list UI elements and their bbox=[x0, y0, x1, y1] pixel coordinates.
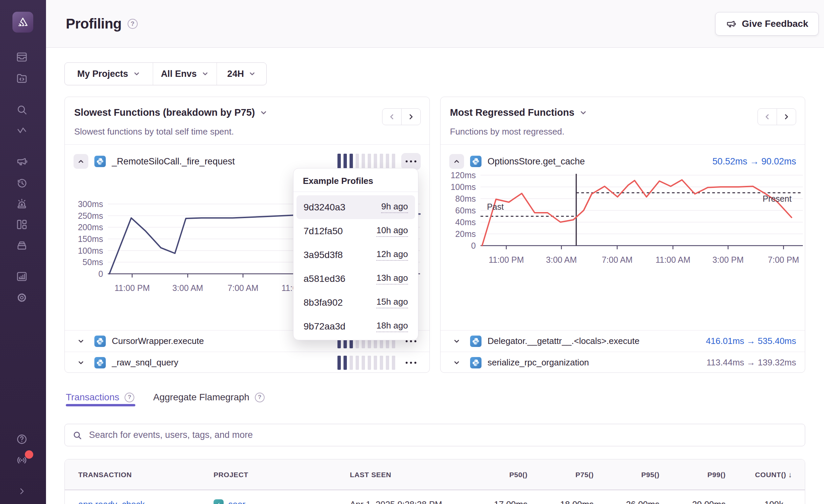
project-filter-dropdown[interactable]: My Projects bbox=[65, 63, 153, 85]
profile-age[interactable]: 15h ago bbox=[376, 297, 408, 308]
prev-page-button[interactable] bbox=[758, 108, 777, 125]
tab-aggregate-flamegraph[interactable]: Aggregate Flamegraph ? bbox=[153, 392, 264, 403]
tab-bar: Transactions ? Aggregate Flamegraph ? bbox=[66, 389, 265, 406]
next-page-button[interactable] bbox=[401, 108, 421, 125]
give-feedback-button[interactable]: Give Feedback bbox=[715, 12, 819, 36]
sidebar-item-settings[interactable] bbox=[14, 290, 29, 305]
function-row: _raw_snql_query bbox=[65, 352, 429, 373]
function-sparkbar bbox=[337, 154, 395, 169]
profile-age[interactable]: 18h ago bbox=[376, 320, 408, 332]
p75-cell: 18.00ms bbox=[533, 490, 594, 504]
profile-list-item[interactable]: 3a95d3f8 12h ago bbox=[296, 243, 415, 267]
column-header-project[interactable]: PROJECT bbox=[214, 459, 248, 490]
sidebar-item-dashboards[interactable] bbox=[14, 217, 29, 232]
column-header-transaction[interactable]: TRANSACTION bbox=[78, 459, 132, 490]
expand-row-button[interactable] bbox=[74, 355, 88, 370]
prev-page-button[interactable] bbox=[382, 108, 402, 125]
function-name-link[interactable]: Delegator.__getattr__.<locals>.execute bbox=[488, 336, 639, 346]
column-header-p75[interactable]: P75() bbox=[533, 459, 594, 490]
sidebar-item-issues[interactable] bbox=[14, 50, 29, 64]
traces-icon bbox=[16, 125, 28, 137]
megaphone-icon bbox=[16, 155, 28, 167]
sidebar-item-alerts[interactable] bbox=[14, 196, 29, 211]
date-range-filter-dropdown[interactable]: 24H bbox=[217, 63, 266, 85]
column-header-count[interactable]: COUNT()↓ bbox=[720, 459, 792, 490]
collapse-row-button[interactable] bbox=[74, 154, 88, 169]
megaphone-icon bbox=[726, 18, 736, 29]
sidebar-item-traces[interactable] bbox=[14, 123, 29, 138]
project-link[interactable]: seer bbox=[228, 490, 245, 504]
p50-cell: 17.00ms bbox=[467, 490, 528, 504]
main-content: Profiling ? Give Feedback My Projects Al… bbox=[46, 0, 824, 504]
table-row[interactable]: app.ready_check seer Apr 1, 2025 9:28:38… bbox=[65, 490, 805, 504]
sidebar-item-replays[interactable] bbox=[14, 176, 29, 191]
most-regressed-title-dropdown[interactable]: Most Regressed Functions bbox=[450, 107, 587, 118]
function-name-link[interactable]: _RemoteSiloCall._fire_request bbox=[112, 156, 235, 167]
topbar: Profiling ? Give Feedback bbox=[46, 0, 824, 48]
search-bar bbox=[64, 424, 805, 446]
stats-icon bbox=[16, 270, 28, 283]
transactions-help-icon[interactable]: ? bbox=[125, 393, 134, 402]
profile-id-link[interactable]: 9d3240a3 bbox=[304, 202, 346, 213]
sidebar-item-feedback[interactable] bbox=[14, 154, 29, 169]
profile-age[interactable]: 12h ago bbox=[376, 249, 408, 261]
page-title-help-icon[interactable]: ? bbox=[128, 19, 138, 29]
expand-row-button[interactable] bbox=[74, 334, 88, 349]
row-menu-button[interactable] bbox=[401, 354, 421, 371]
expand-row-button[interactable] bbox=[449, 355, 464, 370]
svg-text:100ms: 100ms bbox=[451, 182, 476, 192]
python-icon bbox=[470, 336, 482, 347]
sidebar-item-stats[interactable] bbox=[14, 269, 29, 284]
column-header-p95[interactable]: P95() bbox=[599, 459, 659, 490]
search-icon bbox=[16, 104, 28, 116]
svg-text:11:00 PM: 11:00 PM bbox=[115, 283, 150, 293]
before-value: 416.01ms bbox=[706, 336, 744, 346]
python-icon bbox=[470, 357, 482, 368]
row-menu-button[interactable] bbox=[401, 153, 421, 170]
profile-age[interactable]: 10h ago bbox=[376, 225, 408, 237]
svg-text:7:00 AM: 7:00 AM bbox=[602, 255, 633, 264]
page-title: Profiling bbox=[66, 16, 122, 32]
chevron-up-icon bbox=[77, 158, 85, 165]
sidebar-item-projects[interactable] bbox=[14, 71, 29, 86]
column-header-p50[interactable]: P50() bbox=[467, 459, 528, 490]
chevron-down-icon bbox=[453, 338, 460, 345]
function-name-link[interactable]: serialize_rpc_organization bbox=[488, 357, 589, 368]
column-header-last-seen[interactable]: LAST SEEN bbox=[350, 459, 391, 490]
function-name-link[interactable]: CursorWrapper.execute bbox=[112, 336, 204, 346]
profile-list-item[interactable]: 9d3240a3 9h ago bbox=[296, 195, 415, 219]
tab-transactions[interactable]: Transactions ? bbox=[66, 392, 134, 403]
profile-list-item[interactable]: 8b3fa902 15h ago bbox=[296, 291, 415, 314]
sort-desc-icon: ↓ bbox=[788, 470, 792, 479]
next-page-button[interactable] bbox=[777, 108, 796, 125]
profile-age[interactable]: 13h ago bbox=[376, 273, 408, 285]
search-input[interactable] bbox=[89, 430, 797, 440]
environment-filter-dropdown[interactable]: All Envs bbox=[153, 63, 217, 85]
sentry-logo[interactable] bbox=[12, 12, 33, 33]
profile-age[interactable]: 9h ago bbox=[381, 201, 408, 213]
profile-id-link[interactable]: 3a95d3f8 bbox=[304, 250, 343, 260]
profile-id-link[interactable]: 9b72aa3d bbox=[304, 321, 346, 332]
sidebar-item-search[interactable] bbox=[14, 102, 29, 117]
flamegraph-help-icon[interactable]: ? bbox=[255, 393, 265, 402]
regression-values[interactable]: 416.01ms → 535.40ms bbox=[706, 336, 796, 346]
function-row: serialize_rpc_organization 113.44ms → 13… bbox=[441, 352, 805, 373]
profile-id-link[interactable]: a581ed36 bbox=[304, 273, 346, 284]
sidebar-collapse-toggle[interactable] bbox=[14, 484, 29, 499]
profile-id-link[interactable]: 7d12fa50 bbox=[304, 226, 343, 237]
profile-list-item[interactable]: 7d12fa50 10h ago bbox=[296, 219, 415, 243]
sidebar-item-releases[interactable] bbox=[14, 238, 29, 252]
expand-row-button[interactable] bbox=[449, 334, 464, 349]
column-header-p99[interactable]: P99() bbox=[665, 459, 726, 490]
slowest-functions-title-dropdown[interactable]: Slowest Functions (breakdown by P75) bbox=[74, 107, 268, 118]
profile-list-item[interactable]: a581ed36 13h ago bbox=[296, 267, 415, 291]
transaction-link[interactable]: app.ready_check bbox=[78, 490, 145, 504]
profile-id-link[interactable]: 8b3fa902 bbox=[304, 297, 343, 308]
after-value: 535.40ms bbox=[758, 336, 796, 346]
function-name-link[interactable]: _raw_snql_query bbox=[112, 357, 178, 368]
profile-list-item[interactable]: 9b72aa3d 18h ago bbox=[296, 314, 415, 338]
sidebar-item-help[interactable] bbox=[14, 432, 29, 447]
svg-text:Past: Past bbox=[487, 202, 504, 211]
svg-text:Present: Present bbox=[763, 194, 791, 203]
chevron-down-icon bbox=[201, 70, 209, 78]
